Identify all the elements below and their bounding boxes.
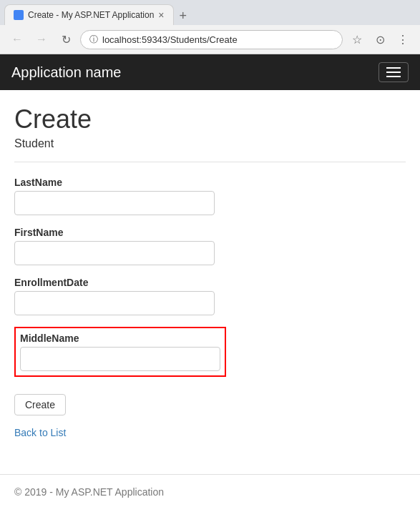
enrollment-date-group: EnrollmentDate (14, 277, 406, 315)
last-name-input[interactable] (14, 191, 215, 215)
first-name-label: FirstName (14, 227, 406, 238)
toolbar-icons: ☆ ⊙ ⋮ (347, 29, 413, 49)
hamburger-line-3 (386, 76, 401, 77)
enrollment-date-label: EnrollmentDate (14, 277, 406, 288)
create-form: LastName FirstName EnrollmentDate Middle… (14, 177, 406, 427)
last-name-label: LastName (14, 177, 406, 188)
tab-title: Create - My ASP.NET Application (28, 10, 154, 20)
page-content: Create Student LastName FirstName Enroll… (0, 90, 420, 474)
new-tab-button[interactable]: + (174, 9, 193, 24)
back-to-list-link[interactable]: Back to List (14, 427, 406, 438)
first-name-group: FirstName (14, 227, 406, 265)
close-tab-button[interactable]: × (158, 9, 164, 21)
create-button[interactable]: Create (14, 394, 66, 415)
app-navbar: Application name (0, 54, 420, 90)
browser-chrome: Create - My ASP.NET Application × + ← → … (0, 0, 420, 54)
back-button[interactable]: ← (7, 29, 27, 49)
first-name-input[interactable] (14, 241, 215, 265)
enrollment-date-input[interactable] (14, 291, 215, 315)
app-name: Application name (11, 64, 121, 81)
form-actions: Create (14, 388, 406, 427)
hamburger-line-1 (386, 67, 401, 69)
browser-tabs: Create - My ASP.NET Application × + (0, 0, 420, 25)
middle-name-group-highlighted: MiddleName (14, 327, 226, 377)
active-tab[interactable]: Create - My ASP.NET Application × (4, 4, 174, 25)
content-divider (14, 162, 406, 162)
lock-icon: ⓘ (89, 34, 98, 46)
footer-text: © 2019 - My ASP.NET Application (14, 486, 164, 498)
last-name-group: LastName (14, 177, 406, 215)
star-icon[interactable]: ☆ (347, 29, 367, 49)
forward-button[interactable]: → (31, 29, 52, 49)
favicon-icon (14, 10, 24, 20)
hamburger-line-2 (386, 72, 401, 73)
address-bar[interactable]: ⓘ localhost:59343/Students/Create (80, 30, 343, 49)
middle-name-input[interactable] (20, 347, 220, 371)
profile-icon[interactable]: ⊙ (370, 29, 390, 49)
middle-name-label: MiddleName (20, 333, 220, 344)
page-footer: © 2019 - My ASP.NET Application (0, 474, 420, 509)
address-url: localhost:59343/Students/Create (102, 34, 238, 45)
page-heading: Create (14, 104, 406, 134)
browser-toolbar: ← → ↻ ⓘ localhost:59343/Students/Create … (0, 25, 420, 54)
reload-button[interactable]: ↻ (56, 29, 76, 49)
page-subheading: Student (14, 137, 406, 150)
browser-menu-icon[interactable]: ⋮ (393, 29, 413, 49)
hamburger-menu-button[interactable] (379, 62, 409, 82)
